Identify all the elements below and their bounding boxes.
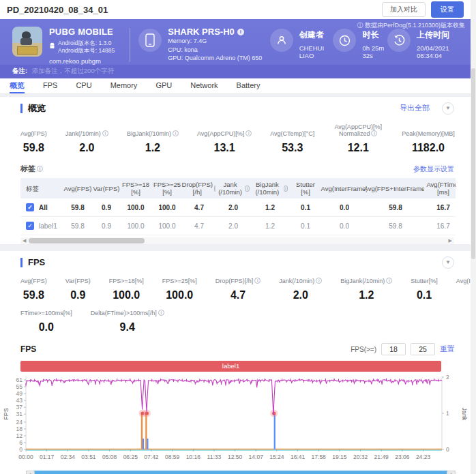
info-icon[interactable]: i	[371, 130, 377, 136]
info-icon[interactable]: i	[386, 278, 392, 284]
tab-FPS[interactable]: FPS	[43, 78, 57, 93]
perfdog-version-note: ⓘ 数据由PerfDog(5.1.210300)版本收集	[357, 21, 465, 30]
metric-label: Avg(CTemp)[°C]	[270, 130, 314, 137]
metric-value: 100.0	[109, 289, 144, 301]
app-icon	[12, 27, 42, 57]
cell: 16.7	[424, 217, 456, 235]
scroll-right-arrow[interactable]: ▶	[449, 237, 452, 244]
metric-label: Avg(AppCPU)[%]i	[197, 130, 252, 137]
settings-button[interactable]: 设置	[431, 1, 464, 18]
svg-text:03:51: 03:51	[81, 454, 96, 460]
device-info: SHARK PRS-H0i Memory: 7.4G CPU: kona GPU…	[138, 27, 269, 62]
duration-value: 0h 25m 32s	[362, 44, 387, 59]
metric-Drop(FPS)[/h]: Drop(FPS)[/h]i4.7	[215, 278, 261, 301]
fps-line-chart[interactable]: 06121824313743495561012FPSJank00:0001:17…	[0, 373, 471, 467]
metric-FPS>=18[%]: FPS>=18[%]100.0	[109, 278, 144, 301]
cell: 0.1	[289, 198, 322, 216]
column-header: Var(FPS)	[93, 178, 120, 198]
android-version-code: Android版本号: 14885	[58, 47, 115, 55]
metric-Peak(Memory)[MB]: Peak(Memory)[MB]1182.0	[402, 130, 455, 154]
svg-text:16:41: 16:41	[291, 454, 306, 460]
tab-CPU[interactable]: CPU	[76, 78, 91, 93]
range-handle-left[interactable]: ∥	[26, 471, 35, 474]
overview-collapse-button[interactable]: ▼	[442, 102, 454, 115]
fps-collapse-button[interactable]: ▼	[442, 256, 454, 269]
upload-time-label: 上传时间	[417, 29, 461, 41]
metric-label: Drop(FPS)[/h]i	[215, 278, 261, 284]
upload-time-value: 20/04/2021 08:34:04	[417, 44, 461, 59]
app-info: PUBG MOBILE Android版本名: 1.3.0 Android版本号…	[12, 27, 130, 62]
svg-text:61: 61	[16, 376, 23, 383]
table-horizontal-scrollbar[interactable]: ◀ ▶	[20, 237, 454, 244]
fps-reset-link[interactable]: 重置	[440, 344, 454, 354]
tab-概览[interactable]: 概览	[10, 78, 25, 93]
info-icon[interactable]: i	[254, 278, 261, 284]
info-icon[interactable]: i	[284, 186, 288, 192]
info-icon[interactable]: i	[245, 186, 250, 192]
join-compare-button[interactable]: 加入对比	[382, 2, 426, 17]
phone-icon	[138, 29, 162, 52]
row-checkbox[interactable]: ✓	[26, 203, 34, 211]
fps-metrics-row2: FTime>=100ms[%]0.0Delta(FTime)>100ms[/h]…	[0, 310, 471, 342]
svg-text:0: 0	[19, 446, 23, 453]
svg-text:43: 43	[16, 397, 23, 404]
metric-FPS>=25[%]: FPS>=25[%]100.0	[162, 278, 197, 301]
person-icon	[270, 29, 293, 52]
range-handle-right[interactable]: ∥	[447, 471, 456, 474]
svg-text:00:00: 00:00	[18, 454, 33, 460]
svg-text:Jank: Jank	[461, 407, 468, 421]
device-cpu: CPU: kona	[168, 46, 262, 55]
svg-text:12: 12	[16, 432, 23, 439]
svg-text:18: 18	[16, 426, 23, 432]
metric-value: 59.8	[20, 289, 47, 301]
device-info-icon[interactable]: i	[237, 29, 244, 35]
app-name: PUBG MOBILE	[49, 27, 115, 37]
info-icon[interactable]: i	[158, 310, 164, 316]
top-bar: PD_20210420_08_34_01 加入对比 设置	[0, 0, 471, 19]
fps-threshold1-input[interactable]	[381, 343, 406, 355]
svg-text:06:25: 06:25	[123, 454, 138, 460]
column-header: Jank (/10min)i	[215, 178, 251, 198]
metric-label: Jank(/10min)i	[65, 130, 108, 137]
page-title: PD_20210420_08_34_01	[7, 5, 382, 15]
column-header: Avg(FPS)	[63, 178, 93, 198]
scroll-left-arrow[interactable]: ◀	[23, 237, 26, 244]
metric-value: 9.4	[91, 321, 164, 334]
page-scrollbar-thumb[interactable]	[471, 68, 475, 259]
info-icon[interactable]: i	[173, 130, 179, 136]
cell: 59.8	[63, 217, 93, 235]
app-package: com.rekoo.pubgm	[49, 57, 115, 65]
info-icon[interactable]: i	[316, 278, 322, 284]
scrollbar-thumb[interactable]	[29, 238, 145, 243]
metric-value: 0.9	[65, 289, 91, 301]
android-version-name: Android版本名: 1.3.0	[58, 40, 115, 47]
svg-text:1: 1	[446, 410, 449, 417]
param-display-settings-link[interactable]: 参数显示设置	[413, 164, 454, 174]
label1-region-banner[interactable]: label1	[20, 361, 441, 372]
metric-label: Avg(AppCPU)[%] Normalizedi	[333, 123, 383, 137]
cell: 100.0	[120, 198, 151, 216]
metric-label: Peak(Memory)[MB]	[402, 130, 455, 137]
chart-range-selector[interactable]: ∥ ∥	[26, 471, 456, 474]
upload-time-icon	[387, 29, 411, 52]
tab-Battery[interactable]: Battery	[237, 78, 261, 93]
row-checkbox[interactable]: ✓	[26, 222, 34, 230]
page-scrollbar[interactable]	[471, 0, 476, 474]
table-row[interactable]: ✓All59.80.9100.0100.04.72.01.20.10.059.8…	[20, 198, 456, 217]
cell: 59.8	[63, 198, 93, 216]
tab-Network[interactable]: Network	[190, 78, 218, 93]
remark-input[interactable]: 备注: 添加备注，不超过200个字符	[0, 65, 471, 78]
tab-GPU[interactable]: GPU	[155, 78, 172, 93]
svg-text:17:58: 17:58	[312, 454, 327, 460]
metric-label: FPS>=18[%]	[109, 278, 144, 284]
export-all-link[interactable]: 导出全部	[400, 103, 430, 113]
remark-label: 备注:	[12, 67, 27, 74]
metric-value: 0.0	[20, 321, 72, 334]
info-icon[interactable]: i	[102, 130, 108, 136]
fps-card: FPS ▼ Avg(FPS)59.8Var(FPS)0.9FPS>=18[%]1…	[0, 251, 471, 474]
labels-info-icon[interactable]: i	[37, 166, 43, 172]
info-icon[interactable]: i	[246, 130, 252, 136]
tab-Memory[interactable]: Memory	[110, 78, 138, 93]
table-row[interactable]: ✓label159.80.9100.0100.04.72.01.20.10.05…	[20, 217, 456, 235]
fps-threshold2-input[interactable]	[411, 343, 435, 355]
